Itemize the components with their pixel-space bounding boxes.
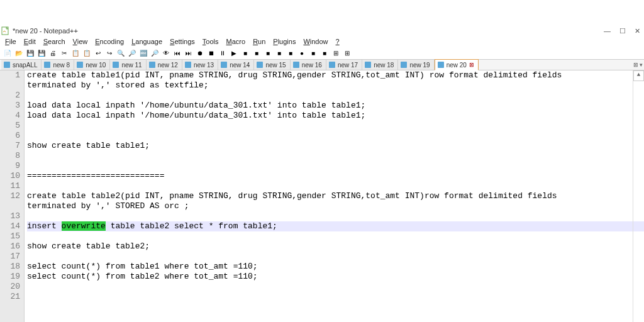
tab-snapALL[interactable]: snapALL (1, 60, 42, 70)
menu-window[interactable]: Window (302, 37, 329, 46)
code-line[interactable]: load data local inpath '/home/ubuntu/dat… (27, 101, 644, 111)
tool-btn-8[interactable]: ↩ (93, 48, 103, 58)
file-icon (438, 62, 444, 68)
tool-btn-20[interactable]: ▶ (229, 48, 239, 58)
tool-btn-19[interactable]: ⏸ (218, 48, 228, 58)
tool-btn-26[interactable]: ● (297, 48, 307, 58)
tab-new-18[interactable]: new 18 (362, 60, 398, 70)
tool-btn-7[interactable]: 📋 (82, 48, 92, 58)
tab-label: new 14 (230, 62, 250, 69)
tool-btn-9[interactable]: ↪ (104, 48, 114, 58)
tool-btn-15[interactable]: ⏮ (172, 48, 182, 58)
tab-new-14[interactable]: new 14 (218, 60, 254, 70)
menu-encoding[interactable]: Encoding (94, 37, 125, 46)
code-line[interactable]: select count(*) from table2 where tot_am… (27, 272, 644, 282)
tool-btn-3[interactable]: 💾 (36, 48, 47, 58)
file-icon (329, 62, 335, 68)
code-line[interactable] (27, 161, 644, 171)
code-line[interactable]: terminated by ',' STORED AS orc ; (27, 201, 644, 211)
vertical-scrollbar[interactable]: ▲ (633, 70, 644, 322)
file-icon (221, 62, 227, 68)
file-icon (4, 62, 10, 68)
code-line[interactable]: create table table2(pid INT, pname STRIN… (27, 191, 644, 201)
tab-new-15[interactable]: new 15 (254, 60, 290, 70)
code-line[interactable]: insert overwrite table table2 select * f… (27, 221, 644, 231)
menu-file[interactable]: File (4, 37, 18, 46)
tool-btn-21[interactable]: ■ (240, 48, 250, 58)
menu-settings[interactable]: Settings (169, 37, 196, 46)
code-line[interactable]: show create table table2; (27, 242, 644, 252)
menu-view[interactable]: View (72, 37, 89, 46)
code-line[interactable] (27, 181, 644, 191)
tab-new-8[interactable]: new 8 (42, 60, 74, 70)
tab-active[interactable]: new 20 ⊠ (435, 59, 479, 70)
menu-run[interactable]: Run (252, 37, 267, 46)
tool-btn-0[interactable]: 📄 (3, 48, 13, 58)
tool-btn-22[interactable]: ■ (252, 48, 262, 58)
code-line[interactable]: ============================ (27, 171, 644, 181)
close-button[interactable]: ✕ (635, 27, 640, 35)
tool-btn-28[interactable]: ■ (319, 48, 330, 58)
menu-q[interactable]: ? (335, 37, 341, 46)
tab-new-10[interactable]: new 10 (74, 60, 110, 70)
file-icon (149, 62, 155, 68)
scroll-up-button[interactable]: ▲ (633, 70, 644, 81)
tab-new-16[interactable]: new 16 (291, 60, 326, 70)
code-line[interactable] (27, 131, 644, 141)
tool-btn-17[interactable]: ⏺ (195, 48, 205, 58)
tool-btn-14[interactable]: 👁 (161, 48, 171, 58)
tool-btn-18[interactable]: ⏹ (206, 48, 216, 58)
menu-macro[interactable]: Macro (225, 37, 247, 46)
menu-edit[interactable]: Edit (23, 37, 37, 46)
tool-btn-6[interactable]: 📋 (70, 48, 80, 58)
tool-btn-16[interactable]: ⏭ (184, 48, 194, 58)
tab-menu-icon[interactable]: ▾ (640, 62, 643, 68)
file-icon (77, 62, 83, 68)
tool-btn-27[interactable]: ■ (308, 48, 318, 58)
tab-new-12[interactable]: new 12 (147, 60, 182, 70)
file-icon (185, 62, 191, 68)
tool-btn-1[interactable]: 📂 (14, 48, 24, 58)
tool-btn-25[interactable]: ■ (286, 48, 296, 58)
code-line[interactable]: create table table1(pid INT, pname STRIN… (27, 70, 644, 80)
tool-btn-4[interactable]: 🖨 (48, 48, 58, 58)
menu-plugins[interactable]: Plugins (272, 37, 297, 46)
tab-new-17[interactable]: new 17 (326, 60, 362, 70)
tool-btn-12[interactable]: 🔤 (138, 48, 148, 58)
file-icon (113, 62, 119, 68)
code-line[interactable] (27, 252, 644, 262)
code-line[interactable] (27, 121, 644, 131)
tab-new-19[interactable]: new 19 (398, 60, 434, 70)
tool-btn-29[interactable]: ⊞ (331, 48, 341, 58)
tab-close-x[interactable]: ⊠ (469, 62, 474, 68)
tab-label: new 8 (53, 62, 70, 69)
code-line[interactable]: load data local inpath '/home/ubuntu/dat… (27, 111, 644, 121)
tool-btn-23[interactable]: ■ (263, 48, 273, 58)
tool-btn-2[interactable]: 💾 (25, 48, 35, 58)
code-line[interactable]: show create table table1; (27, 141, 644, 151)
code-line[interactable] (27, 91, 644, 101)
tab-new-11[interactable]: new 11 (110, 60, 146, 70)
code-content[interactable]: create table table1(pid INT, pname STRIN… (25, 70, 644, 322)
tab-close-icon[interactable]: ⊠ (633, 62, 638, 68)
code-line[interactable] (27, 231, 644, 242)
tool-btn-5[interactable]: ✂ (59, 48, 69, 58)
code-line[interactable]: select count(*) from table1 where tot_am… (27, 262, 644, 272)
line-number-gutter: 123456789101112131415161718192021 (0, 70, 25, 322)
tab-new-13[interactable]: new 13 (182, 60, 218, 70)
code-line[interactable] (27, 292, 644, 302)
code-line[interactable]: terminated by ',' stored as textfile; (27, 80, 644, 91)
maximize-button[interactable]: ☐ (619, 27, 626, 35)
tool-btn-24[interactable]: ■ (274, 48, 284, 58)
code-line[interactable] (27, 282, 644, 292)
tool-btn-13[interactable]: 🔎 (150, 48, 160, 58)
minimize-button[interactable]: — (604, 27, 611, 35)
code-line[interactable] (27, 211, 644, 221)
tool-btn-10[interactable]: 🔍 (116, 48, 126, 58)
tool-btn-11[interactable]: 🔎 (127, 48, 137, 58)
tool-btn-30[interactable]: ⊞ (342, 48, 352, 58)
menu-language[interactable]: Language (130, 37, 164, 46)
menu-tools[interactable]: Tools (201, 37, 220, 46)
code-line[interactable] (27, 151, 644, 161)
menu-search[interactable]: Search (42, 37, 67, 46)
